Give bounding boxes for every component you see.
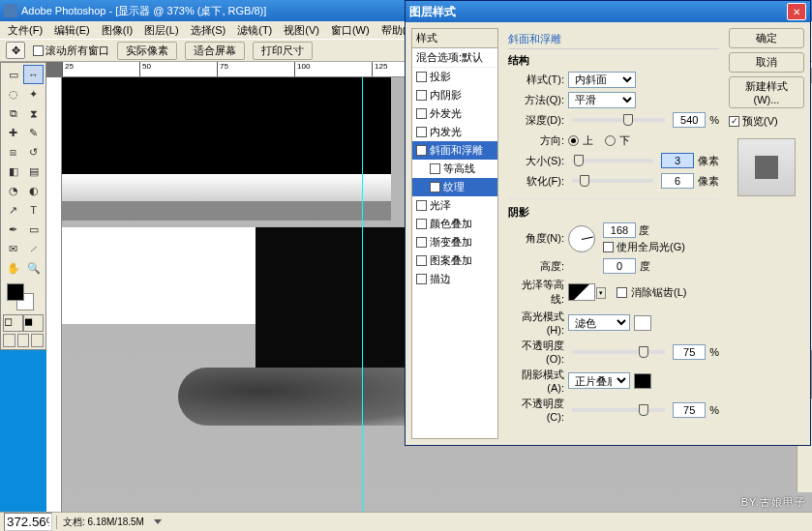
status-bar: 文档: 6.18M/18.5M: [0, 512, 812, 531]
current-tool-indicator[interactable]: ✥: [6, 42, 25, 59]
style-outer-glow[interactable]: 外发光: [412, 104, 497, 123]
bevel-style-select[interactable]: 内斜面: [568, 72, 636, 88]
angle-dial[interactable]: [568, 225, 595, 252]
soften-label: 软化(F):: [508, 174, 564, 189]
sh-opacity-value[interactable]: [673, 402, 706, 418]
preview-checkbox[interactable]: 预览(V): [729, 114, 804, 129]
section-title: 斜面和浮雕: [508, 30, 719, 49]
color-swatches[interactable]: [3, 281, 44, 310]
style-pattern-overlay[interactable]: 图案叠加: [412, 251, 497, 270]
tool-slice[interactable]: ⧗: [23, 103, 44, 123]
global-light-checkbox[interactable]: [603, 242, 614, 252]
foreground-color[interactable]: [7, 283, 24, 301]
screen-full[interactable]: [31, 334, 44, 347]
dialog-titlebar[interactable]: 图层样式 ✕: [406, 1, 810, 22]
tool-notes[interactable]: ✉: [3, 239, 23, 258]
tool-eraser[interactable]: ◧: [3, 162, 23, 181]
hl-opacity-value[interactable]: [673, 344, 706, 360]
screen-full-menubar[interactable]: [17, 334, 30, 347]
style-gradient-overlay[interactable]: 渐变叠加: [412, 233, 497, 251]
altitude-value[interactable]: [603, 258, 636, 274]
tool-hand[interactable]: ✋: [3, 258, 23, 278]
guide-vertical[interactable]: [362, 77, 363, 512]
direction-down-radio[interactable]: [605, 135, 616, 146]
doc-status[interactable]: 文档: 6.18M/18.5M: [56, 516, 150, 529]
technique-label: 方法(Q):: [508, 93, 564, 107]
shadow-color[interactable]: [634, 373, 651, 389]
shadow-mode-select[interactable]: 正片叠底: [568, 372, 630, 389]
quickmask-mode[interactable]: ◼: [23, 314, 44, 332]
menu-file[interactable]: 文件(F): [2, 22, 48, 39]
cancel-button[interactable]: 取消: [729, 52, 804, 73]
menu-select[interactable]: 选择(S): [185, 22, 232, 39]
styles-header[interactable]: 样式: [412, 29, 497, 48]
tool-wand[interactable]: ✦: [23, 84, 44, 103]
highlight-color[interactable]: [634, 315, 651, 331]
status-menu-arrow[interactable]: [154, 519, 162, 524]
tool-blur[interactable]: ◔: [3, 181, 23, 200]
tool-shape[interactable]: ▭: [23, 220, 44, 239]
blend-options-header[interactable]: 混合选项:默认: [412, 48, 497, 68]
tool-pen[interactable]: ✒: [3, 220, 23, 239]
zoom-field[interactable]: [4, 513, 52, 531]
size-slider[interactable]: [572, 159, 653, 162]
ruler-vertical[interactable]: [46, 77, 62, 512]
style-texture[interactable]: 纹理: [412, 178, 497, 196]
style-color-overlay[interactable]: 颜色叠加: [412, 215, 497, 233]
technique-select[interactable]: 平滑: [568, 92, 636, 108]
gloss-contour-picker[interactable]: ▾: [568, 283, 595, 301]
antialias-checkbox[interactable]: [617, 287, 627, 298]
fit-screen-button[interactable]: 适合屏幕: [185, 42, 245, 60]
standard-mode[interactable]: ◻: [3, 314, 23, 332]
depth-slider[interactable]: [572, 118, 665, 122]
angle-value[interactable]: [603, 222, 636, 238]
menu-image[interactable]: 图像(I): [96, 22, 138, 39]
tool-history[interactable]: ↺: [23, 142, 44, 162]
tool-brush[interactable]: ✎: [23, 123, 44, 142]
tool-type[interactable]: T: [23, 200, 44, 220]
tool-dodge[interactable]: ◐: [23, 181, 44, 200]
soften-slider[interactable]: [572, 179, 653, 183]
hl-mode-label: 高光模式(H):: [508, 310, 564, 336]
tool-marquee[interactable]: ▭: [3, 65, 23, 84]
menu-filter[interactable]: 滤镜(T): [231, 22, 278, 39]
tool-crop[interactable]: ⧉: [3, 103, 23, 123]
sh-mode-label: 阴影模式(A):: [508, 368, 564, 394]
tool-stamp[interactable]: ⧇: [3, 142, 23, 162]
screen-standard[interactable]: [3, 334, 15, 347]
tool-move[interactable]: ↔: [23, 65, 44, 84]
menu-layer[interactable]: 图层(L): [138, 22, 184, 39]
tool-gradient[interactable]: ▤: [23, 162, 44, 181]
tool-heal[interactable]: ✚: [3, 123, 23, 142]
menu-edit[interactable]: 编辑(E): [48, 22, 96, 39]
style-bevel-emboss[interactable]: 斜面和浮雕: [412, 141, 497, 160]
menu-view[interactable]: 视图(V): [278, 22, 325, 39]
unit: 像素: [698, 174, 719, 189]
soften-value[interactable]: [661, 173, 694, 189]
highlight-mode-select[interactable]: 滤色: [568, 314, 630, 331]
menu-window[interactable]: 窗口(W): [325, 22, 376, 39]
style-stroke[interactable]: 描边: [412, 270, 497, 288]
tool-eyedrop[interactable]: ⟋: [23, 239, 44, 258]
hl-opacity-slider[interactable]: [572, 350, 665, 354]
style-contour[interactable]: 等高线: [412, 160, 497, 178]
actual-pixels-button[interactable]: 实际像素: [117, 42, 177, 60]
scroll-all-windows-checkbox[interactable]: 滚动所有窗口: [33, 44, 109, 58]
style-inner-shadow[interactable]: 内阴影: [412, 86, 497, 104]
style-label: 样式(T):: [508, 73, 564, 87]
tool-path[interactable]: ↗: [3, 200, 23, 220]
new-style-button[interactable]: 新建样式(W)...: [729, 76, 804, 108]
style-drop-shadow[interactable]: 投影: [412, 68, 497, 86]
tool-lasso[interactable]: ◌: [3, 84, 23, 103]
close-button[interactable]: ✕: [787, 3, 806, 20]
depth-value[interactable]: [673, 112, 706, 128]
style-satin[interactable]: 光泽: [412, 196, 497, 215]
size-value[interactable]: [661, 153, 694, 168]
ok-button[interactable]: 确定: [729, 28, 804, 48]
sh-opacity-slider[interactable]: [572, 408, 665, 412]
direction-up-radio[interactable]: [568, 135, 579, 146]
style-inner-glow[interactable]: 内发光: [412, 123, 497, 141]
canvas-content: [62, 77, 391, 174]
print-size-button[interactable]: 打印尺寸: [253, 42, 313, 60]
tool-zoom[interactable]: 🔍: [23, 258, 44, 278]
